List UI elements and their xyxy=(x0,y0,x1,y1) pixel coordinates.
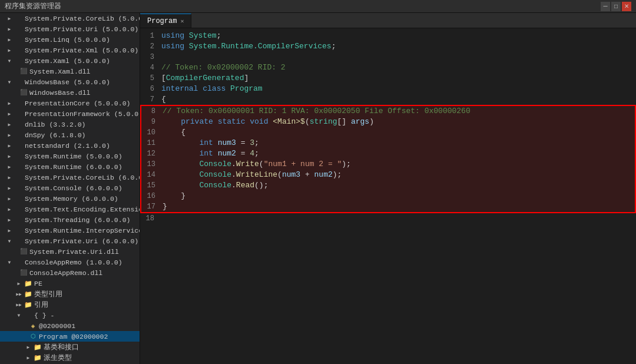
code-line: 4// Token: 0x02000002 RID: 2 xyxy=(140,62,636,73)
tab-bar: Program ✕ xyxy=(140,13,636,28)
tree-arrow: ▶ xyxy=(5,162,14,171)
line-number: 10 xyxy=(141,127,163,138)
sidebar-item-label: PE xyxy=(34,280,42,287)
sidebar-item-label: System.Threading (6.0.0.0) xyxy=(25,216,130,224)
tree-arrow xyxy=(9,247,19,256)
sidebar-item-system-memory[interactable]: ▶System.Memory (6.0.0.0) xyxy=(0,193,140,204)
code-line: 3 xyxy=(140,52,636,62)
sidebar-item-references[interactable]: ▶▶📁引用 xyxy=(0,299,140,310)
sidebar-item-system-private-uri-dll[interactable]: ⬛System.Private.Uri.dll xyxy=(0,246,140,257)
line-content: } xyxy=(163,201,635,212)
line-content: [CompilerGenerated] xyxy=(161,73,636,84)
minimize-button[interactable]: ─ xyxy=(601,2,610,11)
sidebar-item-module[interactable]: ◈ @02000001 xyxy=(0,320,140,331)
line-content: // Token: 0x02000002 RID: 2 xyxy=(161,62,636,73)
dll-icon: ⬛ xyxy=(19,268,28,277)
sidebar-item-consoleappremo-dll[interactable]: ⬛ConsoleAppRemo.dll xyxy=(0,267,140,278)
sidebar-item-label: System.Linq (5.0.0.0) xyxy=(25,36,110,44)
line-number: 5 xyxy=(140,73,161,84)
line-number: 13 xyxy=(141,159,163,170)
sidebar-item-system-private-corelib-6[interactable]: ▶System.Private.CoreLib (6.0.0.0) xyxy=(0,172,140,183)
tree-arrow: ▶ xyxy=(5,141,14,150)
sidebar-item-label: @02000001 xyxy=(39,322,75,330)
sidebar-item-system-private-xml[interactable]: ▶System.Private.Xml (5.0.0.0) xyxy=(0,45,140,55)
sidebar-item-program-class[interactable]: ⬡Program @02000002 xyxy=(0,331,140,342)
sidebar-item-derived-types[interactable]: ▶📁派生类型 xyxy=(0,352,140,363)
sidebar-item-label: System.Private.Xml (5.0.0.0) xyxy=(25,47,138,54)
namespace-icon: ◈ xyxy=(28,321,38,330)
line-number: 11 xyxy=(141,138,163,148)
code-line: 5[CompilerGenerated] xyxy=(140,73,636,84)
folder-icon: 📁 xyxy=(33,353,42,362)
sidebar-item-system-linq[interactable]: ▶System.Linq (5.0.0.0) xyxy=(0,34,140,45)
folder-icon: 📁 xyxy=(24,300,33,309)
sidebar-item-system-xaml-dll[interactable]: ⬛System.Xaml.dll xyxy=(0,66,140,77)
code-line: 15 Console.Read(); xyxy=(140,180,636,191)
code-line: 17} xyxy=(140,201,636,213)
tree-arrow: ▼ xyxy=(5,56,14,65)
sidebar-item-dnlib[interactable]: ▶dnlib (3.3.2.0) xyxy=(0,119,140,130)
title-bar-text: 程序集资源管理器 xyxy=(5,1,61,11)
sidebar-item-system-private-uri[interactable]: ▶System.Private.Uri (5.0.0.0) xyxy=(0,24,140,34)
folder-icon: 📁 xyxy=(24,289,33,299)
sidebar-item-system-runtime-1[interactable]: ▶System.Runtime (5.0.0.0) xyxy=(0,151,140,161)
line-content: private static void <Main>$(string[] arg… xyxy=(163,117,635,127)
line-content: // Token: 0x06000001 RID: 1 RVA: 0x00002… xyxy=(163,106,635,117)
code-line: 13 Console.Write("num1 + num 2 = "); xyxy=(140,159,636,170)
line-content: using System; xyxy=(161,31,636,41)
tree-arrow xyxy=(19,332,28,341)
sidebar-item-system-threading[interactable]: ▶System.Threading (6.0.0.0) xyxy=(0,214,140,225)
title-bar: 程序集资源管理器 ─ □ ✕ xyxy=(0,0,636,13)
dll-icon: ⬛ xyxy=(19,247,28,256)
tab-program[interactable]: Program ✕ xyxy=(140,14,191,28)
sidebar-item-label: System.Private.Uri.dll xyxy=(29,248,119,256)
default-icon xyxy=(14,141,24,150)
code-line: 14 Console.WriteLine(num3 + num2); xyxy=(140,170,636,180)
sidebar-item-system-xaml[interactable]: ▼System.Xaml (5.0.0.0) xyxy=(0,55,140,66)
line-content: int num3 = 3; xyxy=(163,138,635,148)
sidebar-item-types-interfaces[interactable]: ▶▶📁类型引用 xyxy=(0,289,140,299)
code-line: 6internal class Program xyxy=(140,84,636,94)
code-line: 9 private static void <Main>$(string[] a… xyxy=(140,117,636,127)
sidebar-item-windows-base[interactable]: ▼WindowsBase (5.0.0.0) xyxy=(0,77,140,87)
close-button[interactable]: ✕ xyxy=(622,2,631,11)
sidebar-item-windows-base-dll[interactable]: ⬛WindowsBase.dll xyxy=(0,87,140,98)
line-content: using System.Runtime.CompilerServices; xyxy=(161,41,636,52)
tree-arrow: ▶ xyxy=(5,120,14,129)
tab-close-icon[interactable]: ✕ xyxy=(180,18,184,25)
default-icon xyxy=(14,236,24,246)
maximize-button[interactable]: □ xyxy=(611,2,621,11)
sidebar-item-system-private-corelib[interactable]: ▶System.Private.CoreLib (5.0.0.0) xyxy=(0,13,140,24)
class-icon: ⬡ xyxy=(28,332,38,341)
default-icon xyxy=(14,35,24,44)
default-icon xyxy=(14,194,24,203)
sidebar-item-base-interfaces[interactable]: ▶📁基类和接口 xyxy=(0,342,140,352)
sidebar-item-presentation-framework[interactable]: ▶PresentationFramework (5.0.0.0) xyxy=(0,108,140,119)
sidebar-item-consoleappremo[interactable]: ▼ConsoleAppRemo (1.0.0.0) xyxy=(0,257,140,267)
line-content: Console.Write("num1 + num 2 = "); xyxy=(163,159,635,170)
default-icon xyxy=(14,257,24,267)
sidebar-item-system-runtime-2[interactable]: ▶System.Runtime (6.0.0.0) xyxy=(0,161,140,172)
sidebar-item-label: System.Xaml (5.0.0.0) xyxy=(25,57,110,65)
tree-arrow xyxy=(19,321,28,330)
sidebar[interactable]: ▶System.Private.CoreLib (5.0.0.0)▶System… xyxy=(0,13,140,364)
sidebar-item-label: ConsoleAppRemo.dll xyxy=(29,269,102,277)
sidebar-item-system-private-uri-6[interactable]: ▼System.Private.Uri (6.0.0.0) xyxy=(0,236,140,246)
code-line: 7{ xyxy=(140,94,636,105)
sidebar-item-label: System.Runtime (5.0.0.0) xyxy=(25,153,122,160)
sidebar-item-label: ConsoleAppRemo (1.0.0.0) xyxy=(25,259,122,266)
sidebar-item-system-runtime-interop[interactable]: ▶System.Runtime.InteropServices (6.0 xyxy=(0,225,140,236)
line-number: 7 xyxy=(140,94,161,105)
tree-arrow xyxy=(9,268,19,277)
sidebar-item-presentation-core[interactable]: ▶PresentationCore (5.0.0.0) xyxy=(0,98,140,108)
sidebar-item-system-text-encoding[interactable]: ▶System.Text.Encoding.Extensions (6.0 xyxy=(0,204,140,214)
sidebar-item-netstandard[interactable]: ▶netstandard (2.1.0.0) xyxy=(0,140,140,151)
sidebar-item-pe[interactable]: ▶📁PE xyxy=(0,278,140,289)
line-number: 14 xyxy=(141,170,163,180)
sidebar-item-system-console[interactable]: ▶System.Console (6.0.0.0) xyxy=(0,183,140,193)
sidebar-item-braces[interactable]: ▼{ } - xyxy=(0,310,140,320)
sidebar-item-label: System.Private.Uri (5.0.0.0) xyxy=(25,25,138,33)
sidebar-item-label: { } - xyxy=(34,312,55,319)
editor-content[interactable]: 1using System;2using System.Runtime.Comp… xyxy=(140,28,636,364)
sidebar-item-dnspy[interactable]: ▶dnSpy (6.1.8.0) xyxy=(0,130,140,140)
